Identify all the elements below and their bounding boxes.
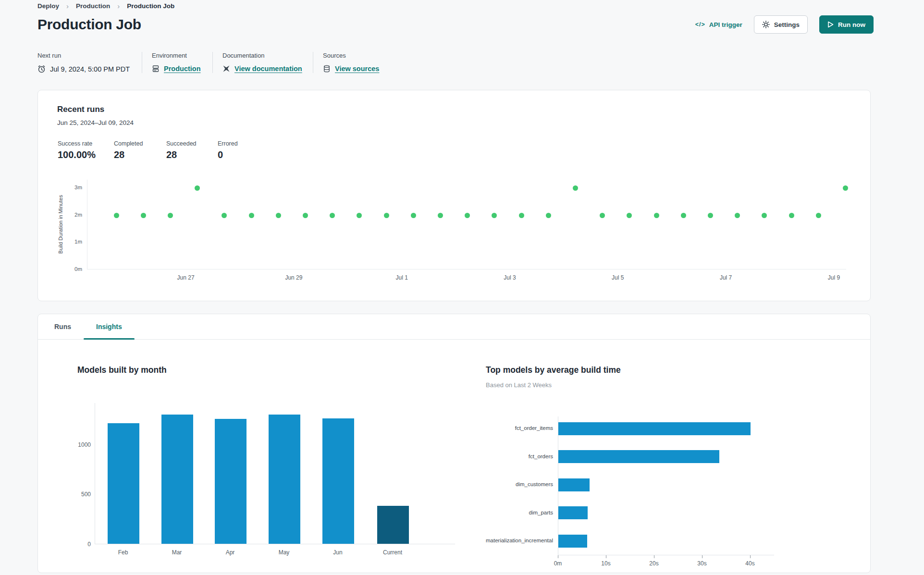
- settings-label: Settings: [774, 21, 800, 28]
- top-models-tick-mark: [750, 555, 751, 558]
- models-built-y-tick-label: 1000: [66, 441, 91, 448]
- build-duration-axis-title: Build Duration in Minutes: [58, 195, 63, 254]
- duration-x-tick-label: Jun 29: [285, 274, 302, 281]
- top-models-tick-mark: [606, 555, 606, 558]
- run-dot[interactable]: [168, 213, 173, 218]
- documentation-group: Documentation View documentation: [222, 52, 313, 73]
- top-models-tick-mark: [702, 555, 702, 558]
- run-dot[interactable]: [573, 185, 578, 191]
- top-models-bar[interactable]: [558, 422, 751, 435]
- tab-insights[interactable]: Insights: [84, 314, 135, 339]
- run-dot[interactable]: [465, 213, 470, 218]
- duration-x-tick-label: Jul 1: [396, 274, 408, 281]
- run-dot[interactable]: [627, 213, 632, 218]
- stat-label: Succeeded: [166, 140, 218, 147]
- duration-x-tick-label: Jul 7: [720, 274, 732, 281]
- breadcrumb-production[interactable]: Production: [76, 2, 110, 10]
- run-dot[interactable]: [384, 213, 389, 218]
- database-icon: [152, 65, 160, 73]
- duration-y-tick-label: 0m: [58, 266, 82, 272]
- run-dot[interactable]: [546, 213, 551, 218]
- top-models-row-label: dim_customers: [438, 481, 553, 487]
- chevron-right-icon: ›: [66, 2, 69, 10]
- top-models-tick-mark: [654, 555, 654, 558]
- environment-link[interactable]: Production: [164, 65, 201, 73]
- stat-value: 28: [114, 149, 166, 160]
- run-dot[interactable]: [789, 213, 794, 218]
- run-dot[interactable]: [222, 213, 227, 218]
- run-dot[interactable]: [708, 213, 713, 218]
- top-models-row-label: materialization_incremental: [438, 538, 553, 543]
- run-dot[interactable]: [114, 213, 119, 218]
- models-built-bar[interactable]: [215, 419, 246, 544]
- run-dot[interactable]: [654, 213, 659, 218]
- view-documentation-link[interactable]: View documentation: [234, 65, 302, 73]
- run-dot[interactable]: [816, 213, 821, 218]
- stat-value: 0: [218, 149, 238, 160]
- top-models-bar[interactable]: [558, 478, 590, 491]
- run-dot[interactable]: [681, 213, 686, 218]
- recent-runs-date-range: Jun 25, 2024–Jul 09, 2024: [57, 119, 134, 126]
- models-built-y-tick-label: 500: [66, 491, 91, 498]
- run-dot[interactable]: [195, 185, 200, 191]
- view-sources-link[interactable]: View sources: [335, 65, 379, 73]
- dbt-logo-icon: [222, 65, 230, 73]
- duration-y-tick-label: 3m: [58, 184, 82, 190]
- top-models-x-tick-label: 30s: [697, 560, 706, 567]
- play-icon: [827, 21, 834, 28]
- build-duration-plot: [87, 180, 846, 269]
- models-built-category-label: Current: [383, 549, 402, 556]
- duration-x-tick-label: Jul 5: [612, 274, 624, 281]
- run-dot[interactable]: [438, 213, 443, 218]
- run-dot[interactable]: [735, 213, 740, 218]
- stat-success-rate: Success rate 100.00%: [58, 140, 114, 160]
- run-dot[interactable]: [249, 213, 254, 218]
- run-dot[interactable]: [519, 213, 524, 218]
- duration-x-tick-label: Jul 3: [504, 274, 516, 281]
- run-dot[interactable]: [843, 185, 848, 191]
- run-dot[interactable]: [276, 213, 281, 218]
- models-built-bar[interactable]: [377, 506, 409, 544]
- models-built-category-label: Mar: [172, 549, 182, 556]
- run-dot[interactable]: [762, 213, 767, 218]
- stat-label: Success rate: [58, 140, 114, 147]
- models-built-category-label: Apr: [226, 549, 235, 556]
- run-dot[interactable]: [411, 213, 416, 218]
- chevron-right-icon: ›: [117, 2, 120, 10]
- run-dot[interactable]: [492, 213, 497, 218]
- top-models-bar[interactable]: [558, 506, 588, 519]
- settings-button[interactable]: Settings: [754, 15, 808, 34]
- run-now-button[interactable]: Run now: [819, 15, 874, 34]
- top-models-bar[interactable]: [558, 535, 587, 548]
- top-models-row-label: fct_order_items: [438, 425, 553, 431]
- next-run-label: Next run: [37, 52, 142, 59]
- run-dot[interactable]: [141, 213, 146, 218]
- top-models-x-tick-label: 40s: [745, 560, 754, 567]
- run-dot[interactable]: [303, 213, 308, 218]
- environment-label: Environment: [152, 52, 212, 59]
- models-built-bar[interactable]: [161, 415, 193, 544]
- top-models-x-tick-label: 20s: [649, 560, 658, 567]
- top-models-plot: [558, 416, 774, 555]
- breadcrumb-deploy[interactable]: Deploy: [37, 2, 59, 10]
- breadcrumb-current: Production Job: [127, 2, 174, 10]
- job-info-row: Next run Jul 9, 2024, 5:00 PM PDT Enviro…: [37, 52, 414, 73]
- models-built-bar[interactable]: [108, 423, 139, 544]
- run-dot[interactable]: [330, 213, 335, 218]
- models-built-bar[interactable]: [269, 415, 300, 544]
- next-run-group: Next run Jul 9, 2024, 5:00 PM PDT: [37, 52, 142, 73]
- run-now-label: Run now: [838, 21, 865, 28]
- stat-value: 28: [166, 149, 218, 160]
- tab-runs[interactable]: Runs: [42, 314, 84, 339]
- environment-group: Environment Production: [152, 52, 213, 73]
- job-detail-card: Runs Insights Models built by month 0500…: [37, 314, 871, 573]
- run-dot[interactable]: [357, 213, 362, 218]
- api-trigger-label: API trigger: [709, 21, 742, 28]
- run-dot[interactable]: [600, 213, 605, 218]
- top-models-bar[interactable]: [558, 450, 719, 463]
- models-built-bar[interactable]: [322, 418, 354, 544]
- stat-completed: Completed 28: [114, 140, 166, 160]
- api-trigger-link[interactable]: </> API trigger: [695, 21, 742, 28]
- sources-group: Sources View sources: [323, 52, 405, 73]
- sources-database-icon: [323, 65, 331, 73]
